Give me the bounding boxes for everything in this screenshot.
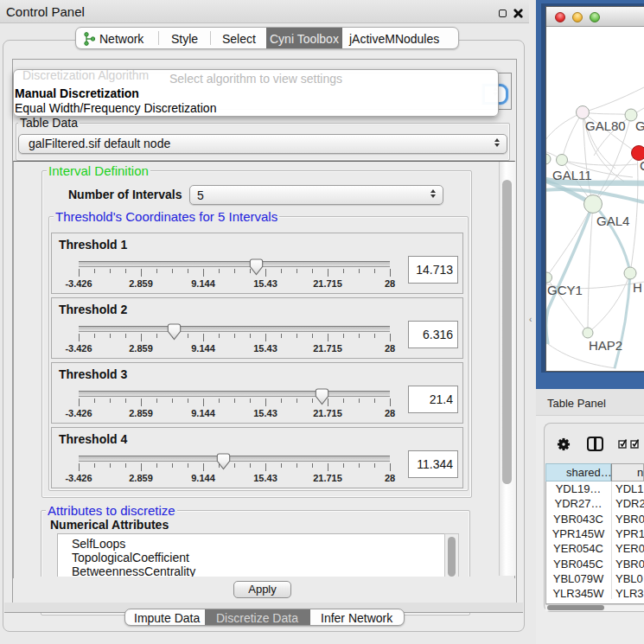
svg-text:HAP2: HAP2 (589, 338, 622, 353)
svg-text:GAL80: GAL80 (585, 118, 626, 133)
svg-text:GAL4: GAL4 (596, 214, 629, 228)
svg-text:GAL11: GAL11 (552, 168, 592, 182)
svg-text:GCY1: GCY1 (547, 283, 583, 297)
svg-text:H: H (633, 280, 642, 295)
svg-text:C: C (640, 158, 644, 173)
svg-text:GA: GA (635, 118, 644, 133)
